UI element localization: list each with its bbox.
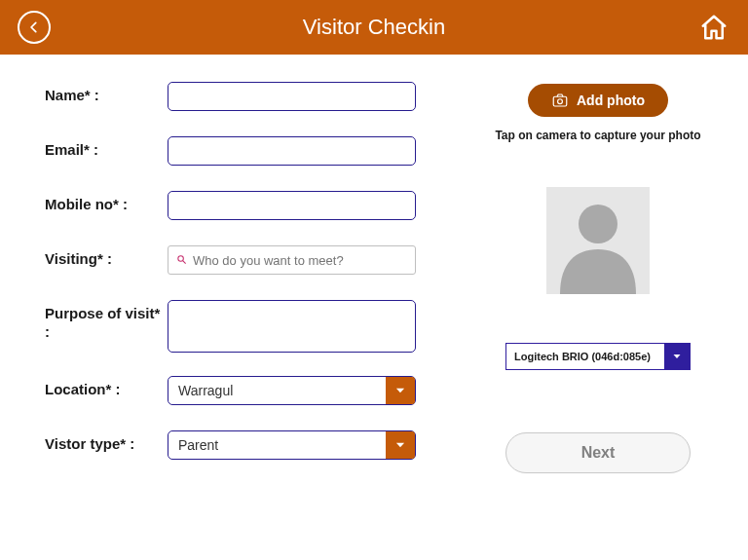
row-email: Email* :: [45, 136, 448, 166]
name-input[interactable]: [168, 82, 416, 111]
back-button[interactable]: [18, 11, 51, 44]
svg-rect-2: [553, 96, 567, 106]
visiting-label: Visiting* :: [45, 245, 168, 269]
next-button[interactable]: Next: [505, 432, 691, 473]
svg-point-3: [558, 99, 563, 104]
svg-line-1: [183, 260, 186, 263]
svg-point-0: [178, 255, 184, 261]
form-panel: Name* : Email* : Mobile no* : Visiting* …: [0, 82, 448, 560]
row-mobile: Mobile no* :: [45, 191, 448, 220]
chevron-down-icon: [664, 344, 690, 369]
home-icon: [699, 13, 729, 42]
email-input[interactable]: [168, 136, 416, 166]
camera-device-dropdown[interactable]: Logitech BRIO (046d:085e): [505, 343, 691, 370]
email-label: Email* :: [45, 136, 168, 160]
camera-icon: [551, 92, 569, 109]
photo-panel: Add photo Tap on camera to capture your …: [448, 82, 748, 560]
location-value: Warragul: [168, 383, 386, 398]
add-photo-label: Add photo: [577, 93, 645, 108]
visiting-input[interactable]: [193, 253, 415, 268]
app-header: Visitor Checkin: [0, 0, 748, 55]
svg-point-4: [579, 205, 617, 243]
camera-device-value: Logitech BRIO (046d:085e): [506, 351, 664, 362]
body: Name* : Email* : Mobile no* : Visiting* …: [0, 55, 748, 560]
purpose-input[interactable]: [168, 300, 416, 353]
mobile-input[interactable]: [168, 191, 416, 220]
visitor-type-value: Parent: [168, 437, 386, 453]
name-label: Name* :: [45, 82, 168, 105]
camera-hint: Tap on camera to capture your photo: [495, 129, 700, 142]
row-location: Location* : Warragul: [45, 376, 448, 405]
app-root: Visitor Checkin Name* : Email* : Mobile …: [0, 0, 748, 560]
page-title: Visitor Checkin: [303, 15, 445, 40]
visitor-type-label: Vistor type* :: [45, 430, 168, 454]
chevron-down-icon: [386, 431, 415, 459]
location-dropdown[interactable]: Warragul: [168, 376, 416, 405]
row-purpose: Purpose of visit* :: [45, 300, 448, 353]
mobile-label: Mobile no* :: [45, 191, 168, 214]
purpose-label: Purpose of visit* :: [45, 300, 168, 342]
row-name: Name* :: [45, 82, 448, 111]
search-icon: [176, 254, 187, 267]
location-label: Location* :: [45, 376, 168, 399]
avatar-placeholder: [546, 187, 650, 294]
row-visiting: Visiting* :: [45, 245, 448, 275]
add-photo-button[interactable]: Add photo: [528, 84, 668, 117]
visitor-type-dropdown[interactable]: Parent: [168, 430, 416, 460]
visiting-search[interactable]: [168, 245, 416, 275]
home-button[interactable]: [697, 11, 730, 44]
row-visitor-type: Vistor type* : Parent: [45, 430, 448, 460]
person-icon: [546, 187, 650, 294]
chevron-down-icon: [386, 377, 415, 404]
chevron-left-icon: [27, 20, 41, 34]
